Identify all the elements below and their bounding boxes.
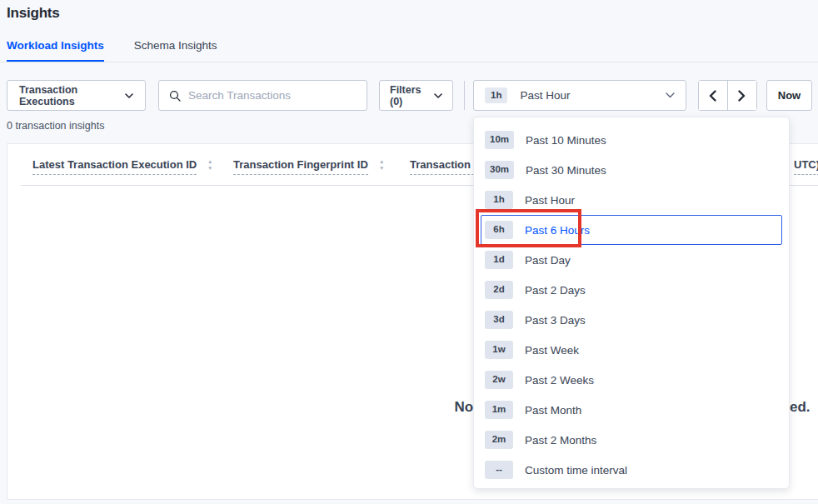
time-option-label: Past 2 Days	[525, 284, 586, 297]
time-option-label: Past 3 Days	[525, 314, 586, 327]
sort-carets-icon[interactable]: ▲▼	[379, 159, 384, 171]
column-header-transaction-fingerprint-id[interactable]: Transaction Fingerprint ID	[233, 158, 368, 175]
time-option-past-2-days[interactable]: 2d Past 2 Days	[481, 275, 782, 305]
time-option-past-30-minutes[interactable]: 30m Past 30 Minutes	[481, 155, 782, 185]
time-option-label: Past 30 Minutes	[526, 164, 606, 177]
time-option-label: Past 6 Hours	[525, 224, 590, 237]
time-option-past-3-days[interactable]: 3d Past 3 Days	[481, 305, 782, 335]
toolbar-divider	[464, 81, 465, 110]
filters-button[interactable]: Filters (0)	[379, 80, 453, 111]
time-option-label: Past 2 Months	[525, 434, 596, 447]
time-option-past-hour[interactable]: 1h Past Hour	[481, 185, 782, 215]
time-option-label: Past 10 Minutes	[526, 134, 606, 147]
time-interval-dropdown-trigger[interactable]: 1h Past Hour	[473, 80, 686, 111]
column-header-latest-transaction-execution-id[interactable]: Latest Transaction Execution ID	[32, 158, 197, 175]
tab-schema-insights[interactable]: Schema Insights	[134, 39, 217, 62]
time-option-past-2-weeks[interactable]: 2w Past 2 Weeks	[481, 365, 782, 395]
workload-type-label: Transaction Executions	[19, 84, 125, 107]
time-option-custom-time-interval[interactable]: -- Custom time interval	[481, 455, 782, 485]
time-option-badge: 30m	[485, 161, 514, 179]
time-option-label: Past Week	[525, 344, 579, 357]
time-option-label: Past Day	[525, 254, 571, 267]
time-option-badge: 3d	[485, 311, 513, 329]
chevron-left-icon	[709, 90, 716, 102]
column-header-utc-clipped[interactable]: UTC)	[794, 158, 818, 175]
time-option-label: Past Hour	[525, 194, 575, 207]
time-range-arrow-group	[698, 80, 757, 111]
time-option-badge: 10m	[485, 131, 514, 149]
time-option-label: Past 2 Weeks	[525, 374, 594, 387]
column-header-transaction-execution-clipped[interactable]: Transaction Ex	[410, 158, 474, 175]
sort-carets-icon[interactable]: ▲▼	[207, 159, 212, 171]
time-interval-badge: 1h	[485, 87, 507, 104]
time-interval-label: Past Hour	[520, 89, 570, 102]
chevron-down-icon	[125, 93, 133, 98]
time-option-badge: 2d	[485, 281, 513, 299]
filters-label: Filters (0)	[390, 84, 434, 107]
next-interval-button[interactable]	[728, 81, 757, 110]
time-option-badge: --	[485, 461, 513, 479]
tab-workload-insights[interactable]: Workload Insights	[7, 39, 104, 62]
previous-interval-button[interactable]	[699, 81, 728, 110]
toolbar: Transaction Executions Filters (0) 1h Pa…	[7, 80, 818, 111]
time-option-badge: 2m	[485, 431, 513, 449]
page-title: Insights	[7, 5, 60, 22]
time-option-badge: 1d	[485, 251, 513, 269]
time-option-past-10-minutes[interactable]: 10m Past 10 Minutes	[481, 125, 782, 155]
time-option-past-day[interactable]: 1d Past Day	[481, 245, 782, 275]
chevron-down-icon	[666, 92, 675, 98]
time-option-badge: 6h	[485, 221, 513, 239]
time-option-badge: 1m	[485, 401, 513, 419]
tab-bar: Workload Insights Schema Insights	[0, 39, 818, 62]
search-icon	[169, 90, 181, 102]
time-option-badge: 1w	[485, 341, 513, 359]
time-option-badge: 2w	[485, 371, 513, 389]
chevron-right-icon	[738, 90, 746, 102]
time-option-past-month[interactable]: 1m Past Month	[481, 395, 782, 425]
time-option-badge: 1h	[485, 191, 513, 209]
chevron-down-icon	[434, 93, 442, 98]
now-button[interactable]: Now	[766, 80, 812, 111]
time-option-past-2-months[interactable]: 2m Past 2 Months	[481, 425, 782, 455]
time-option-past-week[interactable]: 1w Past Week	[481, 335, 782, 365]
search-box	[158, 80, 367, 111]
time-interval-dropdown-menu: 10m Past 10 Minutes 30m Past 30 Minutes …	[473, 117, 790, 489]
time-option-label: Past Month	[525, 404, 581, 417]
time-option-past-6-hours[interactable]: 6h Past 6 Hours	[481, 215, 782, 245]
search-input[interactable]	[188, 89, 357, 102]
workload-type-dropdown-button[interactable]: Transaction Executions	[7, 80, 146, 111]
insights-count: 0 transaction insights	[7, 120, 104, 132]
time-option-label: Custom time interval	[525, 464, 627, 477]
